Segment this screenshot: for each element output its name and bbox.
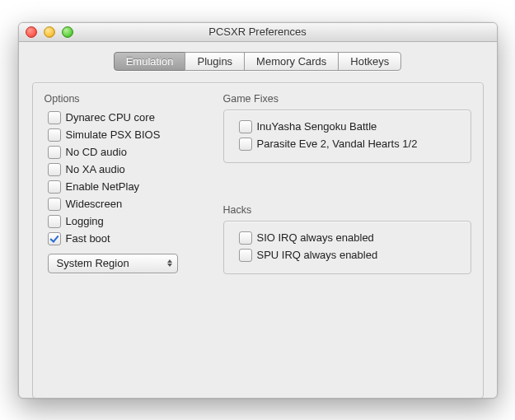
checkbox-label: No CD audio	[66, 146, 127, 158]
checkbox-label: Dynarec CPU core	[66, 111, 155, 124]
tab-memory-cards[interactable]: Memory Cards	[244, 52, 339, 71]
checkbox-icon	[48, 111, 61, 124]
checkbox-label: Enable NetPlay	[66, 180, 140, 193]
tab-plugins[interactable]: Plugins	[185, 52, 245, 71]
close-icon[interactable]	[26, 26, 37, 38]
checkbox-icon	[239, 138, 252, 151]
checkbox-label: Logging	[66, 215, 104, 227]
checkbox-icon	[48, 163, 61, 176]
preferences-window: PCSXR Preferences Emulation Plugins Memo…	[18, 22, 498, 399]
checkbox-parasite-eve[interactable]: Parasite Eve 2, Vandal Hearts 1/2	[239, 138, 459, 151]
checkbox-label: SPU IRQ always enabled	[257, 249, 378, 261]
checkbox-simulate-bios[interactable]: Simulate PSX BIOS	[48, 128, 205, 142]
titlebar: PCSXR Preferences	[19, 23, 497, 42]
checkbox-icon	[48, 128, 61, 142]
checkbox-icon	[239, 120, 252, 133]
checkbox-no-cd-audio[interactable]: No CD audio	[48, 146, 205, 159]
zoom-icon[interactable]	[62, 26, 73, 38]
checkbox-sio-irq[interactable]: SIO IRQ always enabled	[239, 231, 459, 245]
checkbox-label: Parasite Eve 2, Vandal Hearts 1/2	[257, 138, 418, 150]
checkbox-fast-boot[interactable]: Fast boot	[48, 232, 205, 245]
checkbox-widescreen[interactable]: Widescreen	[48, 198, 205, 211]
checkbox-dynarec[interactable]: Dynarec CPU core	[48, 111, 205, 124]
checkbox-label: InuYasha Sengoku Battle	[257, 120, 377, 133]
options-title: Options	[44, 93, 205, 105]
checkbox-icon	[48, 232, 61, 245]
tab-hotkeys[interactable]: Hotkeys	[338, 52, 401, 71]
window-title: PCSXR Preferences	[19, 26, 497, 38]
checkbox-inuyasha[interactable]: InuYasha Sengoku Battle	[239, 120, 459, 133]
hacks-group: Hacks SIO IRQ always enabled SPU IRQ alw…	[223, 199, 471, 274]
checkbox-label: Fast boot	[66, 232, 110, 245]
region-select[interactable]: System Region	[48, 254, 178, 273]
region-select-value: System Region	[57, 257, 129, 269]
gamefixes-title: Game Fixes	[223, 93, 471, 105]
chevron-updown-icon	[167, 259, 172, 267]
options-group: Options Dynarec CPU core Simulate PSX BI…	[44, 88, 205, 383]
minimize-icon[interactable]	[44, 26, 55, 38]
checkbox-icon	[48, 198, 61, 211]
emulation-pane: Options Dynarec CPU core Simulate PSX BI…	[32, 82, 484, 399]
checkbox-icon	[239, 231, 252, 245]
checkbox-label: Simulate PSX BIOS	[66, 128, 161, 141]
checkbox-icon	[48, 215, 61, 228]
checkbox-icon	[48, 146, 61, 159]
checkbox-no-xa-audio[interactable]: No XA audio	[48, 163, 205, 176]
checkbox-icon	[239, 249, 252, 262]
checkbox-icon	[48, 180, 61, 194]
checkbox-label: SIO IRQ always enabled	[257, 231, 374, 244]
tab-emulation[interactable]: Emulation	[114, 52, 186, 71]
tab-segment: Emulation Plugins Memory Cards Hotkeys	[114, 52, 402, 71]
checkbox-label: No XA audio	[66, 163, 125, 175]
tab-bar: Emulation Plugins Memory Cards Hotkeys	[19, 52, 497, 71]
checkbox-logging[interactable]: Logging	[48, 215, 205, 228]
hacks-title: Hacks	[223, 204, 471, 216]
checkbox-enable-netplay[interactable]: Enable NetPlay	[48, 180, 205, 194]
window-controls	[19, 26, 73, 38]
checkbox-spu-irq[interactable]: SPU IRQ always enabled	[239, 249, 459, 262]
checkbox-label: Widescreen	[66, 198, 123, 210]
gamefixes-group: Game Fixes InuYasha Sengoku Battle Paras…	[223, 88, 471, 163]
